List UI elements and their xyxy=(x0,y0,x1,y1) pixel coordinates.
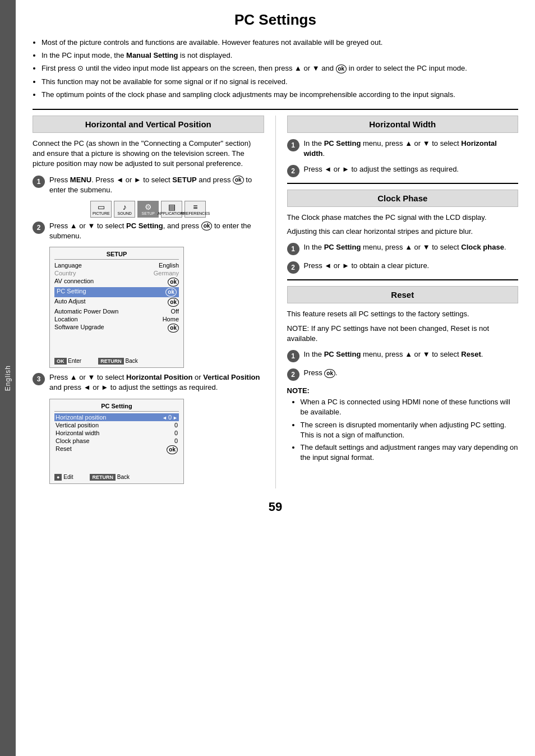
icon-sound: ♪ SOUND xyxy=(114,201,135,218)
intro-bullet-5: The optimum points of the clock phase an… xyxy=(41,90,518,100)
edit-button-label: ● xyxy=(54,474,62,481)
step-2-text: Press ▲ or ▼ to select PC Setting, and p… xyxy=(49,221,264,241)
return-button2-label: RETURN xyxy=(90,474,116,481)
hw-step-1-text: In the PC Setting menu, press ▲ or ▼ to … xyxy=(304,139,519,159)
pc-setting-menu: PC Setting Horizontal position 0 Vertica… xyxy=(49,399,184,484)
reset-header: Reset xyxy=(287,286,519,303)
icon-preferences: ≡ PREFERENCES xyxy=(185,201,206,218)
reset-note-label: NOTE: xyxy=(287,386,310,395)
reset-step-2-text: Press ok. xyxy=(304,368,519,378)
pc-row-clock: Clock phase0 xyxy=(54,437,179,445)
pc-row-hpos: Horizontal position 0 xyxy=(54,413,179,421)
divider-2 xyxy=(287,183,519,184)
arrow-left-icon xyxy=(162,414,167,421)
reset-circle-2: 2 xyxy=(287,368,299,381)
pc-row-reset: Resetok xyxy=(54,445,179,455)
pc-row-vpos: Vertical position0 xyxy=(54,421,179,429)
return-button-label: RETURN xyxy=(98,358,124,365)
preferences-icon: ≡ xyxy=(193,202,197,211)
pc-row-hwidth: Horizontal width0 xyxy=(54,429,179,437)
hw-circle-1: 1 xyxy=(287,139,299,151)
reset-intro: This feature resets all PC settings to t… xyxy=(287,309,519,319)
hw-circle-2: 2 xyxy=(287,165,299,177)
intro-bullet-3: First press ⊙ until the video input mode… xyxy=(41,63,518,73)
picture-icon: ▭ xyxy=(98,202,105,211)
arrow-right-icon xyxy=(173,414,178,421)
left-section-header: Horizontal and Vertical Position xyxy=(33,116,264,133)
setup-menu-title: SETUP xyxy=(54,251,179,260)
cp-step-2-text: Press ◄ or ► to obtain a clear picture. xyxy=(304,261,519,271)
setup-row-country: CountryGermany xyxy=(54,269,179,277)
setup-row-pc: PC Settingok xyxy=(54,287,179,297)
step-1-text: Press MENU. Press ◄ or ► to select SETUP… xyxy=(49,175,264,195)
reset-step-1-text: In the PC Setting menu, press ▲ or ▼ to … xyxy=(304,349,519,359)
step-circle-3: 3 xyxy=(33,373,45,385)
page-number: 59 xyxy=(33,500,518,514)
pc-menu-footer: ● Edit RETURN Back xyxy=(54,474,179,480)
cp-step-1-text: In the PC Setting menu, press ▲ or ▼ to … xyxy=(304,242,519,252)
setup-row-auto: Auto Adjustok xyxy=(54,297,179,307)
setup-menu: SETUP LanguageEnglish CountryGermany AV … xyxy=(49,247,184,368)
horizontal-width-header: Horizontal Width xyxy=(287,116,519,133)
step-3: 3 Press ▲ or ▼ to select Horizontal Posi… xyxy=(33,372,264,393)
setup-row-power: Automatic Power DownOff xyxy=(54,307,179,315)
setup-row-location: LocationHome xyxy=(54,315,179,323)
note-bullet-1: When a PC is connected using HDMI none o… xyxy=(301,397,519,417)
pc-setting-menu-title: PC Setting xyxy=(54,403,179,412)
note-bullet-3: The default settings and adjustment rang… xyxy=(301,442,519,463)
reset-note-line: NOTE: If any PC settings have not been c… xyxy=(287,324,519,344)
cp-circle-1: 1 xyxy=(287,243,299,255)
hw-step-2-text: Press ◄ or ► to adjust the settings as r… xyxy=(304,164,519,174)
applications-icon: ▤ xyxy=(168,202,176,211)
step-1: 1 Press MENU. Press ◄ or ► to select SET… xyxy=(33,175,264,195)
icon-applications: ▤ APPLICATIONS xyxy=(161,201,182,218)
cp-step-2: 2 Press ◄ or ► to obtain a clear picture… xyxy=(287,261,519,274)
intro-bullet-2: In the PC input mode, the Manual Setting… xyxy=(41,50,518,61)
step-3-text: Press ▲ or ▼ to select Horizontal Positi… xyxy=(49,372,264,393)
clock-phase-header: Clock Phase xyxy=(287,190,519,207)
clock-phase-intro-1: The Clock phase matches the PC signal wi… xyxy=(287,213,519,223)
divider-3 xyxy=(287,279,519,280)
step-2: 2 Press ▲ or ▼ to select PC Setting, and… xyxy=(33,221,264,241)
intro-bullet-1: Most of the picture controls and functio… xyxy=(41,38,518,48)
intro-bullets: Most of the picture controls and functio… xyxy=(33,38,518,100)
page-title: PC Settings xyxy=(33,11,518,29)
setup-icon: ⚙ xyxy=(145,202,152,211)
menu-icons: ▭ PICTURE ♪ SOUND ⚙ SETUP ▤ APPLICATIONS xyxy=(33,201,264,218)
reset-circle-1: 1 xyxy=(287,350,299,362)
cp-step-1: 1 In the PC Setting menu, press ▲ or ▼ t… xyxy=(287,242,519,255)
hw-step-2: 2 Press ◄ or ► to adjust the settings as… xyxy=(287,164,519,177)
setup-menu-footer: OK Enter RETURN Back xyxy=(54,358,179,364)
setup-row-software: Software Upgradeok xyxy=(54,323,179,333)
reset-step-2: 2 Press ok. xyxy=(287,368,519,381)
side-tab: English xyxy=(0,0,16,756)
note-bullet-2: The screen is disrupted momentarily when… xyxy=(301,420,519,440)
left-column: Horizontal and Vertical Position Connect… xyxy=(33,116,276,488)
divider xyxy=(33,109,518,110)
hw-step-1: 1 In the PC Setting menu, press ▲ or ▼ t… xyxy=(287,139,519,159)
icon-picture: ▭ PICTURE xyxy=(90,201,112,218)
cp-circle-2: 2 xyxy=(287,261,299,274)
side-tab-label: English xyxy=(4,365,12,391)
right-column: Horizontal Width 1 In the PC Setting men… xyxy=(287,116,519,488)
sound-icon: ♪ xyxy=(123,202,127,211)
setup-row-language: LanguageEnglish xyxy=(54,261,179,269)
reset-note-list: When a PC is connected using HDMI none o… xyxy=(287,397,519,463)
clock-phase-intro-2: Adjusting this can clear horizontal stri… xyxy=(287,227,519,237)
icon-setup: ⚙ SETUP xyxy=(137,201,159,218)
setup-row-av: AV connectionok xyxy=(54,277,179,287)
step-circle-2: 2 xyxy=(33,222,45,234)
reset-note-block: NOTE: When a PC is connected using HDMI … xyxy=(287,386,519,463)
step-circle-1: 1 xyxy=(33,176,45,188)
ok-button-label: OK xyxy=(54,358,67,365)
left-section-intro: Connect the PC (as shown in the "Connect… xyxy=(33,139,264,169)
intro-bullet-4: This function may not be available for s… xyxy=(41,77,518,87)
reset-step-1: 1 In the PC Setting menu, press ▲ or ▼ t… xyxy=(287,349,519,362)
